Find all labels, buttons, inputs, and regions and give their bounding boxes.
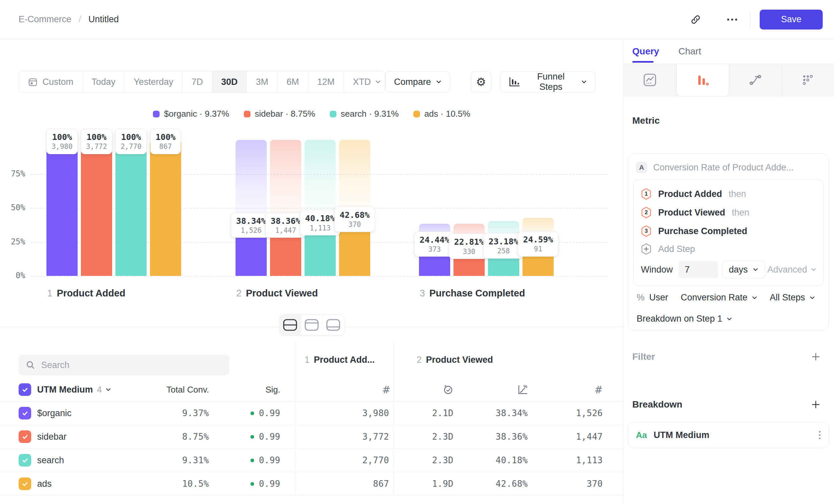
bar-organic-step1[interactable]: 100%3,980: [46, 140, 78, 276]
bar-ads-step1[interactable]: 100%867: [150, 140, 181, 276]
date-range-6m[interactable]: 6M: [278, 71, 309, 92]
row-step2-conv: 42.68%: [496, 479, 530, 489]
breakdown-on-step[interactable]: Breakdown on Step 1: [637, 314, 732, 324]
solid-bar: [81, 140, 112, 276]
bar-sidebar-step1[interactable]: 100%3,772: [81, 140, 112, 276]
advanced-toggle[interactable]: Advanced: [767, 265, 816, 275]
bar-organic-step3[interactable]: 24.44%373: [419, 140, 450, 276]
legend-item-search[interactable]: search · 9.31%: [330, 109, 399, 119]
bar-ads-step3[interactable]: 24.59%91: [523, 140, 554, 276]
date-range-3m[interactable]: 3M: [247, 71, 278, 92]
group-by-header[interactable]: UTM Medium 4: [37, 385, 162, 395]
bar-value-badge: 100%3,772: [81, 129, 112, 154]
chevron-down-icon: [752, 296, 757, 299]
row-step1-count: 3,980: [295, 402, 393, 425]
bar-ads-step2[interactable]: 42.68%370: [339, 140, 370, 276]
add-breakdown-button[interactable]: [811, 399, 821, 410]
layout-split-button[interactable]: [279, 315, 301, 335]
window-label: Window: [641, 265, 673, 275]
chart-type-button[interactable]: Funnel Steps: [500, 71, 595, 92]
breadcrumb-parent[interactable]: E-Commerce: [19, 14, 71, 25]
chevron-down-icon: [753, 268, 758, 271]
metric-letter-badge: A: [636, 162, 647, 173]
row-checkbox[interactable]: [19, 454, 31, 466]
flow-chart-icon: [749, 73, 762, 87]
tab-query[interactable]: Query: [632, 39, 659, 64]
bar-search-step2[interactable]: 40.18%1,113: [305, 140, 336, 276]
breakdown-item[interactable]: Aa UTM Medium: [628, 422, 829, 448]
add-filter-button[interactable]: [811, 352, 821, 362]
step-hexagon-icon: 2: [641, 207, 652, 219]
funnel-chart: 75%50%25%0%100%3,980100%3,772100%2,77010…: [0, 123, 623, 308]
breakdown-item-menu-button[interactable]: [818, 430, 821, 440]
row-checkbox[interactable]: [19, 478, 31, 490]
bar-sidebar-step3[interactable]: 22.81%330: [454, 140, 485, 276]
string-property-icon: Aa: [636, 430, 647, 440]
total-conv-header[interactable]: Total Conv.: [167, 385, 212, 395]
filter-section: Filter: [632, 351, 821, 362]
tab-funnel-chart[interactable]: [676, 64, 729, 96]
main-area: CustomTodayYesterday7D30D3M6M12MXTD Comp…: [0, 39, 624, 504]
query-step-2[interactable]: 2 Product Viewed then: [641, 203, 816, 222]
breadcrumb-current[interactable]: Untitled: [89, 14, 119, 25]
breakdown-section: Breakdown: [632, 399, 821, 410]
step2-count-col-header[interactable]: #: [594, 384, 606, 395]
layout-top-button[interactable]: [301, 315, 323, 335]
step2-time-col-header[interactable]: [393, 378, 456, 401]
legend-item-sidebar[interactable]: sidebar · 8.75%: [244, 109, 315, 119]
measure-metric[interactable]: Conversion Rate: [681, 293, 747, 303]
legend-item-organic[interactable]: $organic · 9.37%: [153, 109, 229, 119]
search-input[interactable]: [19, 355, 229, 375]
tab-line-chart[interactable]: [624, 64, 676, 96]
funnel-chart-icon: [696, 74, 709, 86]
window-unit-select[interactable]: days: [722, 260, 765, 278]
layout-bottom-button[interactable]: [323, 315, 344, 335]
step1-count-col-header[interactable]: #: [295, 378, 393, 401]
table-step1-header: 1 Product Add...: [295, 342, 393, 378]
search-icon: [26, 361, 35, 370]
y-axis-tick: 75%: [0, 169, 25, 178]
metric-head[interactable]: A Conversion Rate of Product Adde...: [629, 154, 828, 173]
date-range-custom[interactable]: Custom: [19, 71, 83, 92]
solid-bar: [150, 140, 181, 276]
bar-search-step3[interactable]: 23.18%258: [488, 140, 519, 276]
row-step2-conv: 38.34%: [496, 408, 530, 418]
save-button[interactable]: Save: [760, 9, 823, 29]
row-name: sidebar: [37, 432, 162, 442]
date-range-yesterday[interactable]: Yesterday: [125, 71, 182, 92]
step2-conv-col-header[interactable]: %: [517, 384, 530, 395]
legend-item-ads[interactable]: ads · 10.5%: [413, 109, 470, 119]
tab-chart[interactable]: Chart: [678, 39, 701, 64]
sig-dot: [250, 412, 254, 415]
compare-button[interactable]: Compare: [385, 71, 450, 92]
row-checkbox[interactable]: [19, 430, 31, 443]
search-field[interactable]: [41, 360, 222, 371]
funnel-step-group-3: 24.44%37322.81%33023.18%25824.59%913Purc…: [419, 140, 554, 306]
tab-flow-chart[interactable]: [729, 64, 782, 96]
chart-settings-button[interactable]: ⚙: [471, 71, 491, 92]
row-step2-count: 1,447: [576, 432, 606, 442]
row-step1-count: 867: [295, 472, 393, 496]
date-range-12m[interactable]: 12M: [308, 71, 344, 92]
add-step-button[interactable]: Add Step: [641, 240, 816, 258]
date-range-xtd[interactable]: XTD: [344, 71, 385, 92]
measure-entity[interactable]: User: [649, 293, 668, 303]
tab-retention-chart[interactable]: [782, 64, 834, 96]
bar-organic-step2[interactable]: 38.34%1,526: [236, 140, 267, 276]
select-all-checkbox[interactable]: [19, 383, 31, 396]
bar-sidebar-step2[interactable]: 38.36%1,447: [270, 140, 301, 276]
sig-header[interactable]: Sig.: [265, 385, 283, 395]
query-step-3[interactable]: 3 Purchase Completed: [641, 222, 816, 240]
bar-search-step1[interactable]: 100%2,770: [115, 140, 147, 276]
window-value-input[interactable]: [679, 261, 718, 278]
measure-scope[interactable]: All Steps: [770, 293, 805, 303]
query-step-1[interactable]: 1 Product Added then: [641, 185, 816, 203]
date-range-7d[interactable]: 7D: [182, 71, 212, 92]
more-options-button[interactable]: [723, 10, 742, 29]
date-range-today[interactable]: Today: [83, 71, 125, 92]
share-link-button[interactable]: [686, 10, 705, 29]
steps-list: 1 Product Added then2 Product Viewed the…: [641, 185, 816, 240]
table-row-ads: ads 10.5% 0.99 867 1.9D 42.68% 370: [0, 472, 623, 496]
date-range-30d[interactable]: 30D: [212, 71, 247, 92]
row-checkbox[interactable]: [19, 407, 31, 419]
